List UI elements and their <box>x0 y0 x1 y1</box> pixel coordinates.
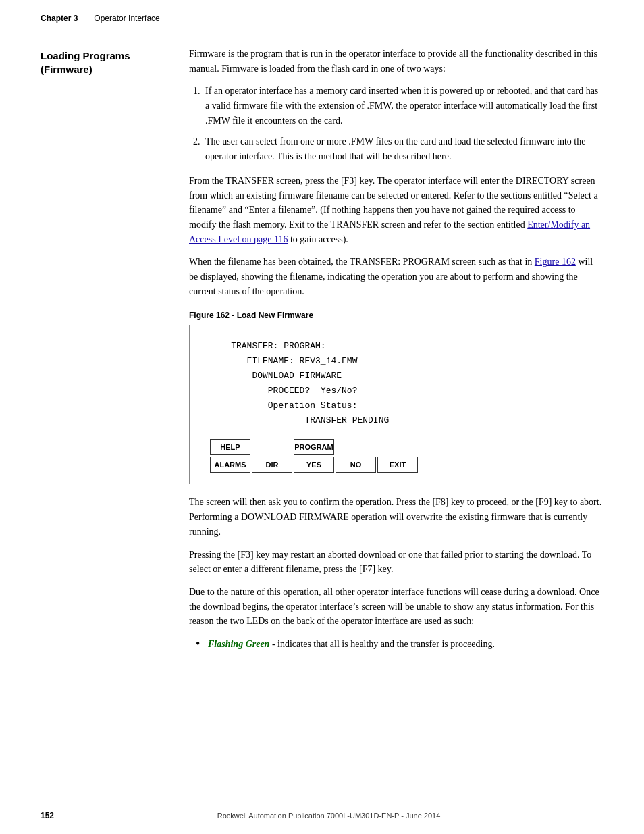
page: Chapter 3 Operator Interface Loading Pro… <box>0 0 644 834</box>
section-label: Operator Interface <box>94 12 159 24</box>
led-list: Flashing Green - indicates that all is h… <box>189 637 603 652</box>
page-footer: 152 Rockwell Automation Publication 7000… <box>0 810 644 822</box>
fkey-program[interactable]: PROGRAM <box>294 439 334 455</box>
fkey-alarms[interactable]: ALARMS <box>210 457 250 473</box>
content-area: Loading Programs(Firmware) Firmware is t… <box>0 30 644 669</box>
figure-caption: Figure 162 - Load New Firmware <box>189 309 603 322</box>
chapter-label: Chapter 3 <box>41 12 78 24</box>
numbered-list: If an operator interface has a memory ca… <box>189 84 603 163</box>
para3-start: When the filename has been obtained, the… <box>189 257 532 267</box>
function-key-bar: HELP PROGRAM ALARMS DIR YES NO EXIT <box>210 439 583 473</box>
screen-line-3: DOWNLOAD FIRMWARE <box>210 369 583 384</box>
fkey-empty-2 <box>336 439 376 455</box>
fkey-exit[interactable]: EXIT <box>377 457 418 473</box>
paragraph-4: The screen will then ask you to confirm … <box>189 495 603 539</box>
fkey-empty-3 <box>377 439 418 455</box>
fkey-row-1: HELP PROGRAM <box>210 439 583 455</box>
figure-screen: TRANSFER: PROGRAM: FILENAME: REV3_14.FMW… <box>210 339 583 429</box>
footer-center: Rockwell Automation Publication 7000L-UM… <box>217 810 441 822</box>
paragraph-6: Due to the nature of this operation, all… <box>189 585 603 629</box>
intro-paragraph: Firmware is the program that is run in t… <box>189 47 603 76</box>
page-header: Chapter 3 Operator Interface <box>0 0 644 30</box>
main-content: Firmware is the program that is run in t… <box>189 47 603 656</box>
paragraph-5: Pressing the [F3] key may restart an abo… <box>189 548 603 577</box>
para2-end: to gain access). <box>290 234 348 244</box>
paragraph-2: From the TRANSFER screen, press the [F3]… <box>189 174 603 246</box>
figure-box: TRANSFER: PROGRAM: FILENAME: REV3_14.FMW… <box>189 325 603 485</box>
figure-link[interactable]: Figure 162 <box>535 257 576 267</box>
paragraph-3: When the filename has been obtained, the… <box>189 255 603 298</box>
page-number: 152 <box>41 810 54 822</box>
screen-line-2: FILENAME: REV3_14.FMW <box>210 354 583 369</box>
fkey-help[interactable]: HELP <box>210 439 250 455</box>
fkey-yes[interactable]: YES <box>294 457 334 473</box>
bullet-item-1: Flashing Green - indicates that all is h… <box>196 637 603 652</box>
section-title: Loading Programs(Firmware) <box>41 49 173 76</box>
bullet1-rest-text: - indicates that all is healthy and the … <box>269 639 495 649</box>
screen-line-5: Operation Status: <box>210 398 583 413</box>
screen-line-1: TRANSFER: PROGRAM: <box>210 339 583 354</box>
sidebar: Loading Programs(Firmware) <box>41 47 189 656</box>
fkey-empty-1 <box>252 439 292 455</box>
screen-line-4: PROCEED? Yes/No? <box>210 384 583 398</box>
fkey-row-2: ALARMS DIR YES NO EXIT <box>210 457 583 473</box>
fkey-dir[interactable]: DIR <box>252 457 292 473</box>
list-item-1: If an operator interface has a memory ca… <box>203 84 603 128</box>
flashing-green-text: Flashing Green <box>208 639 269 649</box>
fkey-no[interactable]: NO <box>336 457 376 473</box>
list-item-2: The user can select from one or more .FM… <box>203 134 603 163</box>
screen-line-6: TRANSFER PENDING <box>210 413 583 428</box>
